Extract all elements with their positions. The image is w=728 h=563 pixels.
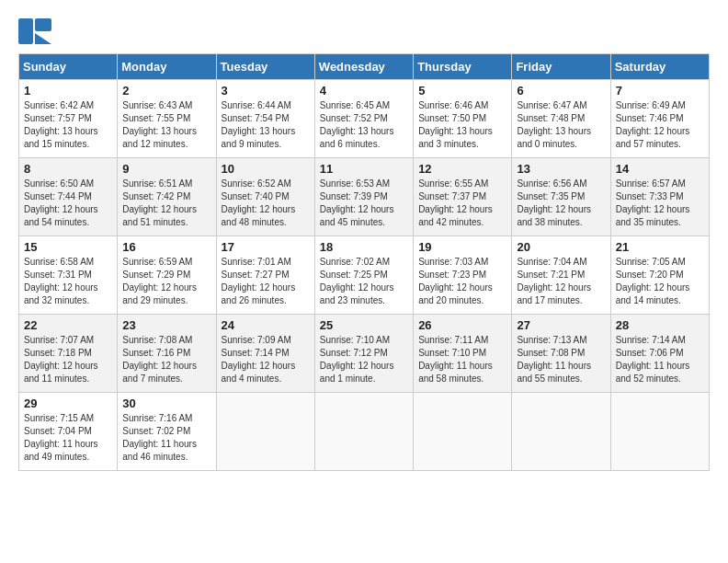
calendar-week-row: 15Sunrise: 6:58 AM Sunset: 7:31 PM Dayli… — [19, 236, 710, 315]
calendar-cell: 16Sunrise: 6:59 AM Sunset: 7:29 PM Dayli… — [118, 236, 216, 315]
day-number: 24 — [222, 318, 310, 332]
day-info: Sunrise: 6:51 AM Sunset: 7:42 PM Dayligh… — [122, 178, 210, 229]
calendar-header-row: SundayMondayTuesdayWednesdayThursdayFrid… — [19, 54, 710, 80]
day-number: 12 — [418, 162, 506, 176]
day-number: 4 — [320, 84, 408, 98]
calendar-cell: 30Sunrise: 7:16 AM Sunset: 7:02 PM Dayli… — [118, 393, 216, 471]
day-header-monday: Monday — [118, 54, 216, 80]
day-number: 30 — [122, 396, 210, 410]
day-info: Sunrise: 7:07 AM Sunset: 7:18 PM Dayligh… — [24, 334, 112, 385]
calendar-cell: 24Sunrise: 7:09 AM Sunset: 7:14 PM Dayli… — [216, 315, 314, 393]
calendar-cell: 20Sunrise: 7:04 AM Sunset: 7:21 PM Dayli… — [512, 236, 610, 315]
day-info: Sunrise: 6:46 AM Sunset: 7:50 PM Dayligh… — [418, 99, 506, 151]
day-info: Sunrise: 6:47 AM Sunset: 7:48 PM Dayligh… — [517, 99, 605, 151]
calendar-cell: 4Sunrise: 6:45 AM Sunset: 7:52 PM Daylig… — [314, 80, 413, 158]
day-header-thursday: Thursday — [414, 54, 512, 80]
calendar-cell: 2Sunrise: 6:43 AM Sunset: 7:55 PM Daylig… — [118, 80, 216, 158]
day-header-wednesday: Wednesday — [314, 54, 413, 80]
day-number: 10 — [222, 162, 310, 176]
calendar-cell: 9Sunrise: 6:51 AM Sunset: 7:42 PM Daylig… — [118, 158, 216, 236]
day-info: Sunrise: 6:52 AM Sunset: 7:40 PM Dayligh… — [222, 178, 310, 229]
day-number: 15 — [24, 240, 112, 254]
calendar-cell: 13Sunrise: 6:56 AM Sunset: 7:35 PM Dayli… — [512, 158, 610, 236]
day-info: Sunrise: 7:03 AM Sunset: 7:23 PM Dayligh… — [418, 256, 506, 307]
day-info: Sunrise: 6:45 AM Sunset: 7:52 PM Dayligh… — [320, 99, 408, 151]
day-number: 6 — [517, 84, 605, 98]
calendar-week-row: 29Sunrise: 7:15 AM Sunset: 7:04 PM Dayli… — [19, 393, 710, 471]
day-number: 5 — [418, 84, 506, 98]
day-info: Sunrise: 7:04 AM Sunset: 7:21 PM Dayligh… — [517, 256, 605, 307]
day-number: 1 — [24, 84, 112, 98]
svg-marker-2 — [35, 33, 51, 44]
day-number: 19 — [418, 240, 506, 254]
day-info: Sunrise: 6:56 AM Sunset: 7:35 PM Dayligh… — [517, 178, 605, 229]
day-info: Sunrise: 7:02 AM Sunset: 7:25 PM Dayligh… — [320, 256, 408, 307]
logo — [18, 18, 55, 44]
calendar-week-row: 1Sunrise: 6:42 AM Sunset: 7:57 PM Daylig… — [19, 80, 710, 158]
day-info: Sunrise: 6:49 AM Sunset: 7:46 PM Dayligh… — [616, 99, 704, 151]
calendar-cell — [216, 393, 314, 471]
calendar-week-row: 8Sunrise: 6:50 AM Sunset: 7:44 PM Daylig… — [19, 158, 710, 236]
day-header-friday: Friday — [512, 54, 610, 80]
day-number: 20 — [517, 240, 605, 254]
day-info: Sunrise: 6:42 AM Sunset: 7:57 PM Dayligh… — [24, 99, 112, 151]
day-number: 17 — [222, 240, 310, 254]
calendar-cell: 11Sunrise: 6:53 AM Sunset: 7:39 PM Dayli… — [314, 158, 413, 236]
day-number: 21 — [616, 240, 704, 254]
calendar-cell: 19Sunrise: 7:03 AM Sunset: 7:23 PM Dayli… — [414, 236, 512, 315]
calendar-cell — [314, 393, 413, 471]
day-info: Sunrise: 6:58 AM Sunset: 7:31 PM Dayligh… — [24, 256, 112, 307]
day-info: Sunrise: 6:53 AM Sunset: 7:39 PM Dayligh… — [320, 178, 408, 229]
day-number: 28 — [616, 318, 704, 332]
day-info: Sunrise: 7:01 AM Sunset: 7:27 PM Dayligh… — [222, 256, 310, 307]
page-header — [18, 18, 710, 44]
day-info: Sunrise: 7:08 AM Sunset: 7:16 PM Dayligh… — [122, 334, 210, 385]
calendar-cell: 21Sunrise: 7:05 AM Sunset: 7:20 PM Dayli… — [610, 236, 709, 315]
calendar-cell: 3Sunrise: 6:44 AM Sunset: 7:54 PM Daylig… — [216, 80, 314, 158]
day-number: 14 — [616, 162, 704, 176]
calendar-cell: 17Sunrise: 7:01 AM Sunset: 7:27 PM Dayli… — [216, 236, 314, 315]
day-info: Sunrise: 6:59 AM Sunset: 7:29 PM Dayligh… — [122, 256, 210, 307]
calendar-cell: 15Sunrise: 6:58 AM Sunset: 7:31 PM Dayli… — [19, 236, 118, 315]
calendar-cell: 25Sunrise: 7:10 AM Sunset: 7:12 PM Dayli… — [314, 315, 413, 393]
logo-icon — [18, 18, 51, 44]
calendar-cell — [610, 393, 709, 471]
day-number: 16 — [122, 240, 210, 254]
day-header-tuesday: Tuesday — [216, 54, 314, 80]
day-number: 9 — [122, 162, 210, 176]
day-info: Sunrise: 7:11 AM Sunset: 7:10 PM Dayligh… — [418, 334, 506, 385]
day-number: 11 — [320, 162, 408, 176]
day-header-saturday: Saturday — [610, 54, 709, 80]
calendar-cell: 14Sunrise: 6:57 AM Sunset: 7:33 PM Dayli… — [610, 158, 709, 236]
day-info: Sunrise: 7:13 AM Sunset: 7:08 PM Dayligh… — [517, 334, 605, 385]
calendar-cell: 10Sunrise: 6:52 AM Sunset: 7:40 PM Dayli… — [216, 158, 314, 236]
calendar-cell: 8Sunrise: 6:50 AM Sunset: 7:44 PM Daylig… — [19, 158, 118, 236]
calendar-cell: 22Sunrise: 7:07 AM Sunset: 7:18 PM Dayli… — [19, 315, 118, 393]
day-header-sunday: Sunday — [19, 54, 118, 80]
day-info: Sunrise: 7:05 AM Sunset: 7:20 PM Dayligh… — [616, 256, 704, 307]
day-number: 13 — [517, 162, 605, 176]
calendar-cell: 27Sunrise: 7:13 AM Sunset: 7:08 PM Dayli… — [512, 315, 610, 393]
calendar-cell — [414, 393, 512, 471]
day-number: 18 — [320, 240, 408, 254]
day-number: 7 — [616, 84, 704, 98]
calendar-cell: 29Sunrise: 7:15 AM Sunset: 7:04 PM Dayli… — [19, 393, 118, 471]
day-number: 26 — [418, 318, 506, 332]
calendar-cell: 26Sunrise: 7:11 AM Sunset: 7:10 PM Dayli… — [414, 315, 512, 393]
day-number: 22 — [24, 318, 112, 332]
calendar-week-row: 22Sunrise: 7:07 AM Sunset: 7:18 PM Dayli… — [19, 315, 710, 393]
day-info: Sunrise: 7:16 AM Sunset: 7:02 PM Dayligh… — [122, 412, 210, 464]
day-info: Sunrise: 6:50 AM Sunset: 7:44 PM Dayligh… — [24, 178, 112, 229]
day-number: 29 — [24, 396, 112, 410]
calendar-cell: 1Sunrise: 6:42 AM Sunset: 7:57 PM Daylig… — [19, 80, 118, 158]
day-number: 3 — [222, 84, 310, 98]
svg-rect-1 — [35, 18, 51, 31]
day-number: 23 — [122, 318, 210, 332]
day-number: 2 — [122, 84, 210, 98]
calendar-cell: 12Sunrise: 6:55 AM Sunset: 7:37 PM Dayli… — [414, 158, 512, 236]
calendar-cell — [512, 393, 610, 471]
svg-rect-0 — [18, 18, 33, 44]
day-info: Sunrise: 6:43 AM Sunset: 7:55 PM Dayligh… — [122, 99, 210, 151]
day-info: Sunrise: 7:14 AM Sunset: 7:06 PM Dayligh… — [616, 334, 704, 385]
calendar-table: SundayMondayTuesdayWednesdayThursdayFrid… — [18, 53, 710, 471]
